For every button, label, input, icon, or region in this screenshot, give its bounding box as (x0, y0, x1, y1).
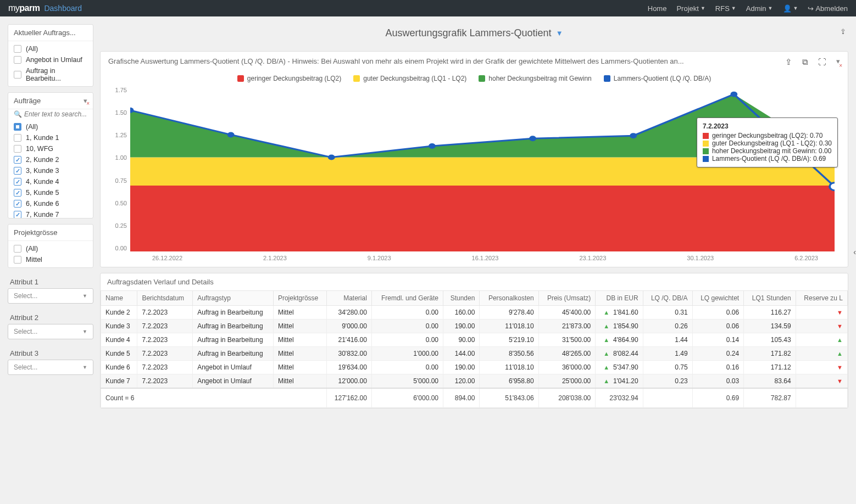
attr1-label: Attribut 1 (8, 273, 93, 288)
chart-fullscreen-icon[interactable]: ⛶ (818, 57, 826, 67)
order-item[interactable]: 5, Kunde 5 (8, 187, 93, 198)
checkbox-icon (14, 45, 21, 53)
checkbox-icon (14, 178, 21, 186)
page-title: Auswertungsgrafik Lammers-Quotient ▼ (386, 27, 563, 39)
chart-area: 1.751.501.251.000.750.500.250.00 7.2.202… (130, 87, 835, 251)
chart-copy-icon[interactable]: ⧉ (802, 57, 808, 67)
table-title: Auftragsdaten Verlauf und Details (101, 273, 848, 290)
table-header[interactable]: Preis (Umsatz) (538, 291, 596, 306)
table-header[interactable]: LQ gewichtet (692, 291, 744, 306)
data-table: NameBerichtsdatumAuftragstypProjektgröss… (101, 290, 848, 408)
attr2-label: Attribut 2 (8, 309, 93, 324)
chart-title: Grafische Auswertung Lammers-Quotient (L… (108, 57, 785, 65)
status-item[interactable]: Auftrag in Bearbeitu... (8, 65, 93, 84)
table-row[interactable]: Kunde 47.2.2023Auftrag in BearbeitungMit… (101, 333, 848, 347)
size-item[interactable]: (All) (8, 243, 93, 254)
filter-orders-title: Aufträge (14, 97, 41, 105)
attr1-select[interactable]: Select...▼ (8, 288, 93, 304)
table-row[interactable]: Kunde 27.2.2023Auftrag in BearbeitungMit… (101, 306, 848, 320)
checkbox-icon (14, 245, 21, 253)
nav-logout[interactable]: ↪ Abmelden (808, 4, 848, 13)
svg-point-6 (529, 136, 536, 141)
filter-icon[interactable]: ▼ (556, 29, 563, 37)
table-row[interactable]: Kunde 57.2.2023Auftrag in BearbeitungMit… (101, 347, 848, 361)
table-header[interactable]: Fremdl. und Geräte (371, 291, 443, 306)
order-item[interactable]: 6, Kunde 6 (8, 198, 93, 209)
chart-svg (130, 87, 835, 251)
checkbox-icon (14, 200, 21, 208)
table-header[interactable]: Name (101, 291, 137, 306)
chevron-down-icon: ▼ (82, 365, 87, 370)
side-collapse-handle[interactable]: ‹ (853, 248, 856, 256)
nav-rfs[interactable]: RFS▼ (715, 4, 736, 13)
order-item[interactable]: 1, Kunde 1 (8, 132, 93, 143)
size-item[interactable]: Mittel (8, 254, 93, 265)
legend-swatch-green (479, 75, 485, 82)
order-item[interactable]: 7, Kunde 7 (8, 209, 93, 218)
chevron-down-icon: ▼ (82, 329, 87, 334)
checkbox-icon (14, 156, 21, 164)
chart-legend: geringer Deckungsbeitrag (LQ2) guter Dec… (108, 67, 840, 87)
legend-swatch-red (237, 75, 244, 82)
table-header[interactable]: Auftragstyp (193, 291, 274, 306)
nav-project[interactable]: Projekt▼ (676, 4, 705, 13)
filter-size-title: Projektgrösse (14, 228, 57, 237)
attr3-select[interactable]: Select...▼ (8, 360, 93, 375)
table-header[interactable]: Material (327, 291, 372, 306)
order-item[interactable]: (All) (8, 121, 93, 132)
orders-search-input[interactable] (24, 110, 87, 118)
svg-rect-0 (130, 186, 835, 251)
table-footer-row: Count = 6 127'162.00 6'000.00 894.00 51'… (101, 388, 848, 408)
legend-swatch-blue (604, 75, 610, 82)
nav-user[interactable]: 👤▼ (783, 4, 798, 13)
checkbox-icon (14, 211, 21, 218)
table-header[interactable]: LQ /Q. DB/A (643, 291, 692, 306)
table-row[interactable]: Kunde 37.2.2023Auftrag in BearbeitungMit… (101, 320, 848, 333)
chart-tooltip: 7.2.2023 geringer Deckungsbeitrag (LQ2):… (697, 117, 838, 167)
svg-point-7 (630, 133, 637, 138)
table-header[interactable]: DB in EUR (596, 291, 643, 306)
filter-clear-icon[interactable]: ▾ (84, 97, 87, 105)
table-header[interactable]: Reserve zu L (796, 291, 847, 306)
attr2-select[interactable]: Select...▼ (8, 324, 93, 339)
nav-home[interactable]: Home (648, 4, 667, 13)
table-header[interactable]: Projektgrösse (273, 291, 326, 306)
filter-status-title: Aktueller Auftrags... (14, 29, 76, 37)
svg-point-3 (227, 132, 235, 137)
table-header[interactable]: Stunden (443, 291, 480, 306)
legend-swatch-yellow (353, 75, 360, 82)
chart-export-icon[interactable]: ⇪ (785, 57, 792, 67)
svg-point-8 (730, 92, 737, 97)
chart-filter-icon[interactable]: ▾ (836, 57, 840, 67)
chevron-down-icon: ▼ (82, 293, 87, 299)
attr3-label: Attribut 3 (8, 345, 93, 360)
svg-point-10 (830, 183, 835, 191)
svg-point-4 (328, 155, 335, 160)
chevron-down-icon: ▼ (768, 5, 773, 11)
checkbox-icon (14, 256, 21, 264)
table-header[interactable]: Personalkosten (480, 291, 538, 306)
chevron-down-icon: ▼ (701, 5, 705, 11)
order-item[interactable]: 4, Kunde 4 (8, 176, 93, 187)
checkbox-icon (14, 123, 21, 131)
status-item[interactable]: (All) (8, 43, 93, 54)
order-item[interactable]: 2, Kunde 2 (8, 154, 93, 165)
status-item[interactable]: Angebot in Umlauf (8, 54, 93, 65)
export-icon[interactable]: ⇪ (840, 27, 846, 36)
table-row[interactable]: Kunde 77.2.2023Angebot in UmlaufMittel 1… (101, 374, 848, 389)
nav-admin[interactable]: Admin▼ (746, 4, 773, 13)
checkbox-icon (14, 71, 21, 79)
topbar: myparm Dashboard Home Projekt▼ RFS▼ Admi… (0, 0, 856, 16)
table-header[interactable]: Berichtsdatum (137, 291, 193, 306)
filter-size-panel: Projektgrösse (All)Mittel (8, 224, 93, 268)
chevron-down-icon: ▼ (731, 5, 736, 11)
order-item[interactable]: 10, WFG (8, 143, 93, 154)
data-table-panel: Auftragsdaten Verlauf und Details NameBe… (100, 273, 848, 408)
filter-orders-panel: Aufträge ▾ 🔍 (All)1, Kunde 110, WFG2, Ku… (8, 92, 93, 219)
checkbox-icon (14, 189, 21, 197)
logo: myparm (8, 3, 40, 13)
table-row[interactable]: Kunde 67.2.2023Angebot in UmlaufMittel 1… (101, 361, 848, 374)
order-item[interactable]: 3, Kunde 3 (8, 165, 93, 176)
table-header[interactable]: LQ1 Stunden (744, 291, 796, 306)
checkbox-icon (14, 56, 21, 64)
